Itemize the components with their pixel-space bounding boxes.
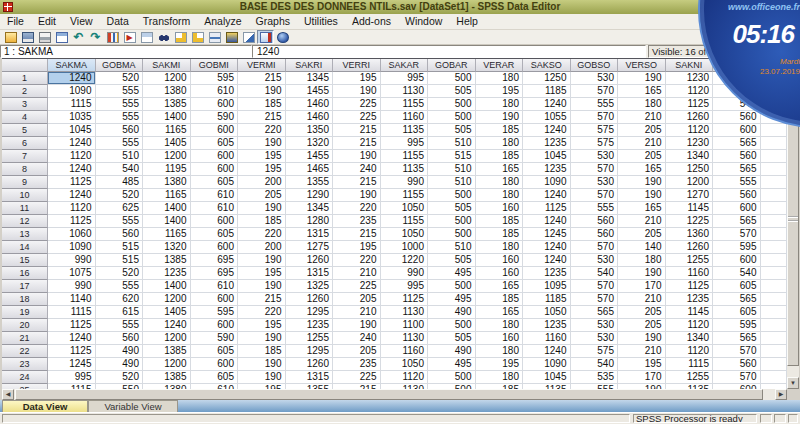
data-cell[interactable]: 205 <box>618 150 666 163</box>
data-cell[interactable]: 1245 <box>48 358 96 371</box>
data-cell[interactable]: 1340 <box>666 150 714 163</box>
data-cell[interactable]: 1165 <box>143 228 191 241</box>
data-cell[interactable]: 195 <box>333 72 381 85</box>
data-cell[interactable]: 1230 <box>666 137 714 150</box>
data-cell[interactable]: 1235 <box>523 267 571 280</box>
row-number[interactable]: 12 <box>2 215 48 228</box>
menu-addons[interactable]: Add-ons <box>345 14 398 29</box>
data-cell[interactable]: 1115 <box>48 306 96 319</box>
column-header-gobar[interactable]: GOBAR <box>428 59 476 72</box>
data-cell[interactable]: 1405 <box>143 137 191 150</box>
data-cell[interactable]: 560 <box>713 150 761 163</box>
data-cell[interactable]: 540 <box>96 163 144 176</box>
data-cell[interactable]: 1165 <box>143 189 191 202</box>
data-cell[interactable]: 505 <box>428 202 476 215</box>
data-cell[interactable]: 570 <box>571 85 619 98</box>
data-cell[interactable]: 185 <box>476 150 524 163</box>
data-cell[interactable]: 240 <box>333 332 381 345</box>
row-number[interactable]: 17 <box>2 280 48 293</box>
data-cell[interactable]: 515 <box>96 241 144 254</box>
find-button[interactable] <box>155 30 172 44</box>
data-cell[interactable]: 605 <box>713 306 761 319</box>
data-cell[interactable]: 500 <box>428 111 476 124</box>
cell-reference[interactable]: 1 : SAKMA <box>0 45 252 58</box>
data-cell-clipped[interactable] <box>761 345 788 358</box>
data-cell[interactable]: 1195 <box>143 163 191 176</box>
insert-cases-button[interactable] <box>172 30 189 44</box>
horizontal-scroll-thumb[interactable] <box>15 389 763 400</box>
data-cell[interactable]: 180 <box>476 345 524 358</box>
data-cell[interactable]: 1000 <box>381 241 429 254</box>
data-cell[interactable]: 490 <box>96 345 144 358</box>
scroll-left-icon[interactable]: ◀ <box>2 389 14 400</box>
data-cell[interactable]: 1260 <box>286 358 334 371</box>
row-number[interactable]: 2 <box>2 85 48 98</box>
data-cell[interactable]: 555 <box>571 202 619 215</box>
data-cell[interactable]: 195 <box>238 267 286 280</box>
data-cell[interactable]: 1130 <box>381 332 429 345</box>
row-number[interactable]: 10 <box>2 189 48 202</box>
data-cell[interactable]: 180 <box>476 371 524 384</box>
data-cell[interactable]: 1320 <box>286 137 334 150</box>
data-cell[interactable]: 180 <box>476 98 524 111</box>
data-cell[interactable]: 600 <box>191 241 239 254</box>
data-cell[interactable]: 170 <box>618 371 666 384</box>
data-cell[interactable]: 1385 <box>143 98 191 111</box>
menu-transform[interactable]: Transform <box>136 14 197 29</box>
row-number[interactable]: 13 <box>2 228 48 241</box>
data-cell-clipped[interactable] <box>761 254 788 267</box>
data-cell[interactable]: 1235 <box>523 319 571 332</box>
data-cell[interactable]: 1160 <box>381 111 429 124</box>
data-cell[interactable]: 570 <box>571 241 619 254</box>
data-cell[interactable]: 205 <box>238 189 286 202</box>
data-cell[interactable]: 190 <box>238 254 286 267</box>
data-cell[interactable]: 215 <box>238 111 286 124</box>
data-cell[interactable]: 1345 <box>286 72 334 85</box>
data-cell[interactable]: 1385 <box>143 345 191 358</box>
data-cell[interactable]: 180 <box>618 98 666 111</box>
data-cell[interactable]: 500 <box>428 228 476 241</box>
data-cell[interactable]: 1255 <box>666 371 714 384</box>
data-cell[interactable]: 190 <box>618 332 666 345</box>
data-cell[interactable]: 190 <box>238 371 286 384</box>
data-cell[interactable]: 190 <box>618 189 666 202</box>
data-cell[interactable]: 1290 <box>286 189 334 202</box>
data-cell[interactable]: 185 <box>476 215 524 228</box>
data-cell[interactable]: 555 <box>96 137 144 150</box>
data-cell-clipped[interactable] <box>761 241 788 254</box>
data-cell[interactable]: 565 <box>713 293 761 306</box>
data-cell[interactable]: 1155 <box>381 98 429 111</box>
data-cell[interactable]: 600 <box>191 319 239 332</box>
data-cell[interactable]: 605 <box>191 345 239 358</box>
data-cell[interactable]: 1260 <box>286 254 334 267</box>
data-cell-clipped[interactable] <box>761 189 788 202</box>
data-cell[interactable]: 205 <box>618 319 666 332</box>
data-cell[interactable]: 185 <box>238 215 286 228</box>
data-cell[interactable]: 140 <box>618 241 666 254</box>
data-cell[interactable]: 530 <box>571 254 619 267</box>
data-cell[interactable]: 160 <box>476 332 524 345</box>
column-header-gobma[interactable]: GOBMA <box>96 59 144 72</box>
data-cell[interactable]: 1315 <box>286 371 334 384</box>
row-number[interactable]: 3 <box>2 98 48 111</box>
data-cell[interactable]: 1275 <box>286 241 334 254</box>
cell-editor-field[interactable]: 1240 <box>252 45 646 58</box>
data-cell[interactable]: 1125 <box>48 176 96 189</box>
insert-variable-button[interactable] <box>189 30 206 44</box>
data-cell[interactable]: 210 <box>618 111 666 124</box>
data-cell[interactable]: 1240 <box>48 332 96 345</box>
data-cell[interactable]: 1240 <box>143 319 191 332</box>
data-cell[interactable]: 1125 <box>666 98 714 111</box>
data-cell[interactable]: 1090 <box>523 176 571 189</box>
data-cell[interactable]: 510 <box>96 150 144 163</box>
data-cell[interactable]: 1240 <box>523 189 571 202</box>
column-header-sakar[interactable]: SAKAR <box>381 59 429 72</box>
data-cell[interactable]: 610 <box>191 85 239 98</box>
column-header-sakri[interactable]: SAKRI <box>286 59 334 72</box>
row-number[interactable]: 18 <box>2 293 48 306</box>
data-cell[interactable]: 1260 <box>286 293 334 306</box>
data-cell[interactable]: 520 <box>96 72 144 85</box>
data-cell[interactable]: 1120 <box>666 85 714 98</box>
data-cell[interactable]: 540 <box>571 267 619 280</box>
data-cell[interactable]: 1120 <box>666 124 714 137</box>
